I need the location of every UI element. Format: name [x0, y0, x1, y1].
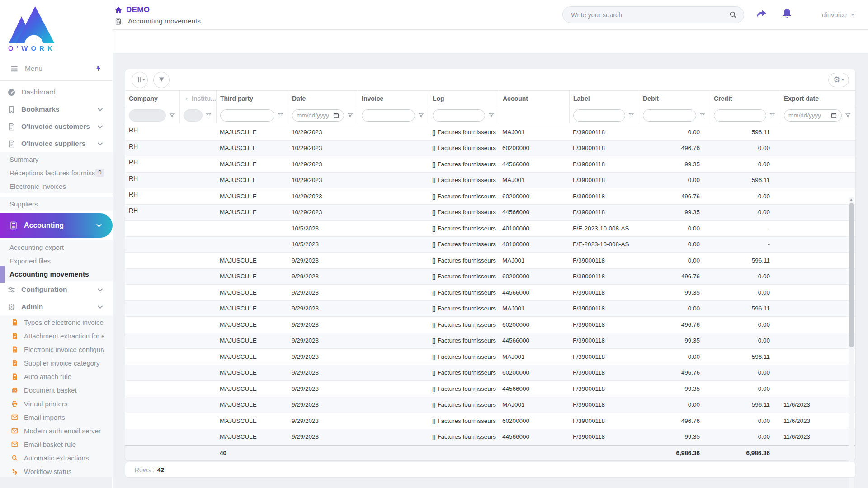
column-header-credit[interactable]: Credit [710, 91, 780, 106]
sidebar-item-workflow-status[interactable]: Workflow status [0, 465, 113, 478]
filter-text-input[interactable] [788, 112, 829, 119]
table-row[interactable]: RHMAJUSCULE10/29/2023[] Factures fournis… [125, 173, 855, 189]
column-header-institu[interactable]: Institu... [179, 91, 216, 106]
sidebar-item-email-imports[interactable]: Email imports [0, 410, 113, 424]
filter-text-input[interactable] [366, 112, 410, 119]
scrollbar-thumb[interactable] [849, 203, 854, 347]
search-icon[interactable] [729, 10, 737, 19]
search-input[interactable] [571, 11, 729, 19]
filter-input-log[interactable] [433, 109, 485, 122]
sidebar-item-oinvoice-customers[interactable]: O'Invoice customers [0, 118, 113, 135]
table-row[interactable]: RHMAJUSCULE10/29/2023[] Factures fournis… [125, 124, 855, 141]
table-row[interactable]: MAJUSCULE9/29/2023[] Factures fournisseu… [125, 413, 855, 429]
filter-input-debit[interactable] [643, 109, 696, 122]
table-settings-button[interactable]: ⚙ ▾ [828, 73, 849, 87]
column-header-log[interactable]: Log [429, 91, 499, 106]
table-row[interactable]: RHMAJUSCULE10/29/2023[] Factures fournis… [125, 156, 855, 173]
filter-button[interactable] [153, 72, 170, 88]
table-row[interactable]: MAJUSCULE9/29/2023[] Factures fournisseu… [125, 269, 855, 285]
sidebar-item-configuration[interactable]: Configuration [0, 281, 113, 298]
sidebar-item-document-basket[interactable]: Document basket [0, 383, 113, 397]
filter-funnel-icon[interactable] [277, 112, 284, 119]
vertical-scrollbar[interactable]: ▲ [849, 197, 854, 488]
table-row[interactable]: MAJUSCULE9/29/2023[] Factures fournisseu… [125, 381, 855, 397]
table-row[interactable]: MAJUSCULE9/29/2023[] Factures fournisseu… [125, 253, 855, 269]
sidebar-item-admin[interactable]: ⚙Admin [0, 298, 113, 315]
filter-input-credit[interactable] [714, 109, 766, 122]
calendar-icon[interactable] [830, 112, 837, 119]
sidebar-item-exported-files[interactable]: Exported files [0, 254, 113, 267]
sidebar-item-accounting[interactable]: Accounting [0, 213, 113, 238]
scrollbar-up-icon[interactable]: ▲ [849, 197, 854, 202]
table-row[interactable]: MAJUSCULE9/29/2023[] Factures fournisseu… [125, 365, 855, 381]
table-row[interactable]: MAJUSCULE9/29/2023[] Factures fournisseu… [125, 333, 855, 349]
filter-funnel-icon[interactable] [628, 112, 635, 119]
table-row[interactable]: RHMAJUSCULE10/29/2023[] Factures fournis… [125, 141, 855, 157]
sidebar-item-accounting-movements[interactable]: Accounting movements [0, 267, 113, 281]
column-header-label[interactable]: Label [569, 91, 639, 106]
filter-text-input[interactable] [578, 112, 621, 119]
column-header-debit[interactable]: Debit [639, 91, 710, 106]
sidebar-item-electronic-invoices[interactable]: Electronic Invoices [0, 179, 113, 193]
menu-toggle[interactable]: Menu [0, 59, 113, 79]
filter-text-input[interactable] [297, 112, 331, 119]
table-row[interactable]: MAJUSCULE9/29/2023[] Factures fournisseu… [125, 349, 855, 365]
cell-date: 9/29/2023 [288, 273, 358, 280]
filter-funnel-icon[interactable] [488, 112, 495, 119]
table-row[interactable]: MAJUSCULE9/29/2023[] Factures fournisseu… [125, 429, 855, 446]
table-row[interactable]: MAJUSCULE9/29/2023[] Factures fournisseu… [125, 397, 855, 413]
table-row[interactable]: 10/5/2023[] Factures fournisseurs4010000… [125, 221, 855, 237]
sidebar-item-summary[interactable]: Summary [0, 152, 113, 166]
table-row[interactable]: RHMAJUSCULE10/29/2023[] Factures fournis… [125, 205, 855, 221]
filter-input-date[interactable] [292, 109, 344, 122]
table-row[interactable]: MAJUSCULE9/29/2023[] Factures fournisseu… [125, 301, 855, 317]
column-header-date[interactable]: Date [288, 91, 358, 106]
filter-text-input[interactable] [647, 112, 692, 119]
filter-funnel-icon[interactable] [205, 112, 212, 119]
column-header-company[interactable]: Company [125, 91, 179, 106]
pin-icon[interactable] [94, 65, 103, 73]
sidebar-item-auto-attach-rule[interactable]: Auto attach rule [0, 370, 113, 383]
sidebar-item-supplier-invoice-category[interactable]: Supplier invoice category [0, 356, 113, 370]
column-header-account[interactable]: Account [499, 91, 569, 106]
sidebar-item-electronic-invoice-configuration[interactable]: Electronic invoice configuration [0, 343, 113, 356]
filter-input-export-date[interactable] [784, 109, 842, 122]
cell-company: RH [125, 141, 179, 150]
filter-funnel-icon[interactable] [699, 112, 706, 119]
filter-funnel-icon[interactable] [347, 112, 354, 119]
sidebar-item-types-of-electronic-invoices[interactable]: Types of electronic invoices [0, 315, 113, 329]
sidebar-item-virtual-printers[interactable]: Virtual printers [0, 397, 113, 410]
sidebar-item-modern-auth-email-server[interactable]: Modern auth email server [0, 424, 113, 437]
column-header-third-party[interactable]: Third party [216, 91, 288, 106]
filter-funnel-icon[interactable] [169, 112, 175, 119]
sidebar-item-receptions-factures-fournisseurs[interactable]: Réceptions factures fournisseurs0 [0, 166, 113, 179]
column-header-invoice[interactable]: Invoice [358, 91, 429, 106]
sidebar-item-attachment-extraction-for-electronic-invoices[interactable]: Attachment extraction for electronic inv… [0, 329, 113, 343]
filter-text-input[interactable] [225, 112, 270, 119]
filter-input-invoice[interactable] [362, 109, 415, 122]
column-header-export-date[interactable]: Export date [780, 91, 855, 106]
filter-text-input[interactable] [437, 112, 481, 119]
sidebar-item-dashboard[interactable]: Dashboard [0, 84, 113, 101]
sidebar-item-automatic-extractions[interactable]: Automatic extractions [0, 451, 113, 465]
filter-funnel-icon[interactable] [844, 112, 851, 119]
user-menu[interactable]: dinvoice [822, 11, 856, 19]
table-row[interactable]: RHMAJUSCULE10/29/2023[] Factures fournis… [125, 188, 855, 205]
table-row[interactable]: MAJUSCULE9/29/2023[] Factures fournisseu… [125, 317, 855, 333]
filter-input-third-party[interactable] [220, 109, 274, 122]
sidebar-item-accounting-export[interactable]: Accounting export [0, 240, 113, 254]
sidebar-item-bookmarks[interactable]: Bookmarks [0, 101, 113, 118]
sidebar-item-email-basket-rule[interactable]: Email basket rule [0, 437, 113, 451]
column-chooser-button[interactable]: ▾ [132, 72, 148, 88]
filter-text-input[interactable] [718, 112, 762, 119]
table-row[interactable]: MAJUSCULE9/29/2023[] Factures fournisseu… [125, 285, 855, 301]
sidebar-item-suppliers[interactable]: Suppliers [0, 197, 113, 211]
calendar-icon[interactable] [333, 112, 340, 119]
filter-funnel-icon[interactable] [418, 112, 425, 119]
notifications-bell-icon[interactable] [781, 7, 793, 20]
share-icon[interactable] [755, 8, 768, 20]
filter-input-label[interactable] [573, 109, 625, 122]
table-row[interactable]: 10/5/2023[] Factures fournisseurs4010000… [125, 237, 855, 253]
filter-funnel-icon[interactable] [769, 112, 776, 119]
sidebar-item-oinvoice-suppliers[interactable]: O'Invoice suppliers [0, 135, 113, 152]
